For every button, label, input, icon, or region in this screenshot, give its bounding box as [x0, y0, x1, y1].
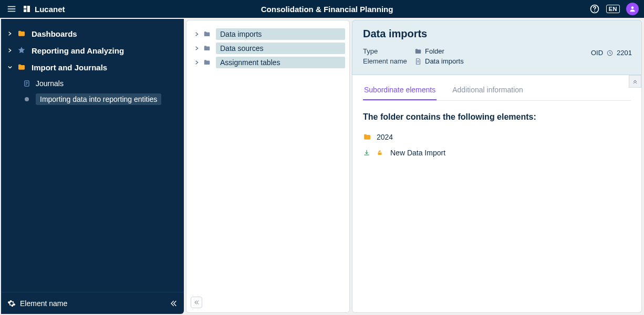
- sidebar-subitem-importing[interactable]: Importing data into reporting entities: [22, 91, 184, 107]
- element-label: New Data Import: [390, 149, 445, 157]
- meta-name-value: Data imports: [425, 57, 464, 65]
- oid-value: 2201: [617, 49, 632, 57]
- sidebar-subitem-label: Importing data into reporting entities: [36, 93, 161, 105]
- gear-icon[interactable]: [7, 299, 16, 308]
- svg-point-1: [594, 10, 595, 12]
- object-tree-panel: Data imports Data sources Assignment tab…: [186, 20, 350, 313]
- tree-item-assignment-tables[interactable]: Assignment tables: [191, 55, 345, 69]
- sidebar-subitem-label: Journals: [36, 79, 64, 88]
- brand-logo: Lucanet: [22, 4, 65, 14]
- svg-point-2: [631, 6, 634, 9]
- star-icon: [17, 46, 26, 55]
- chevron-right-icon: [6, 32, 14, 36]
- oid-label: OID: [591, 49, 603, 57]
- language-badge[interactable]: EN: [606, 5, 620, 13]
- sidebar-item-import-journals[interactable]: Import and Journals: [1, 59, 184, 76]
- chevron-down-icon: [6, 65, 14, 69]
- help-icon[interactable]: [589, 4, 600, 14]
- meta-type-label: Type: [363, 47, 414, 55]
- app-title: Consolidation & Financial Planning: [65, 5, 589, 14]
- detail-header: Data imports Type Folder Element name Da…: [352, 20, 642, 75]
- tree-item-data-imports[interactable]: Data imports: [191, 27, 345, 41]
- detail-title: Data imports: [363, 28, 631, 40]
- tab-subordinate-elements[interactable]: Subordinate elements: [363, 80, 437, 100]
- document-icon: [414, 58, 422, 65]
- folder-icon: [203, 30, 212, 38]
- tab-additional-information[interactable]: Additional information: [451, 80, 524, 100]
- element-label: 2024: [377, 133, 393, 141]
- collapse-sidebar-icon[interactable]: [169, 299, 178, 308]
- element-row-import[interactable]: New Data Import: [363, 145, 631, 161]
- tree-item-data-sources[interactable]: Data sources: [191, 41, 345, 55]
- sidebar-item-reporting[interactable]: Reporting and Analyzing: [1, 42, 184, 59]
- folder-icon: [17, 63, 26, 71]
- folder-contains-heading: The folder contains the following elemen…: [363, 112, 631, 122]
- collapse-tree-icon[interactable]: [191, 297, 202, 308]
- meta-type-value: Folder: [425, 47, 444, 55]
- hamburger-icon[interactable]: [5, 3, 18, 15]
- sidebar-item-label: Import and Journals: [32, 63, 107, 72]
- sidebar-item-label: Reporting and Analyzing: [32, 46, 124, 55]
- brand-name: Lucanet: [35, 5, 65, 14]
- folder-icon: [203, 45, 212, 52]
- sidebar-subitem-journals[interactable]: Journals: [22, 76, 184, 91]
- element-row-folder[interactable]: 2024: [363, 129, 631, 145]
- sidebar-footer-label: Element name: [20, 299, 67, 308]
- folder-icon: [363, 133, 371, 141]
- main-sidebar: Dashboards Reporting and Analyzing Impor…: [1, 19, 184, 314]
- folder-icon: [203, 59, 212, 66]
- folder-icon: [414, 48, 422, 55]
- detail-panel: Data imports Type Folder Element name Da…: [352, 20, 642, 313]
- clock-icon: [606, 49, 614, 57]
- chevron-right-icon: [193, 46, 201, 50]
- user-avatar[interactable]: [626, 3, 639, 15]
- download-icon: [363, 149, 371, 156]
- document-icon: [22, 80, 32, 87]
- tab-label: Additional information: [452, 86, 523, 94]
- tab-label: Subordinate elements: [364, 86, 435, 94]
- lock-open-icon: [377, 150, 385, 156]
- tree-item-label: Assignment tables: [216, 57, 345, 68]
- tree-item-label: Data sources: [216, 43, 345, 54]
- folder-icon: [17, 29, 26, 38]
- sidebar-item-label: Dashboards: [32, 29, 77, 38]
- chevron-right-icon: [6, 48, 14, 52]
- chevron-right-icon: [193, 60, 201, 65]
- collapse-detail-icon[interactable]: [629, 75, 641, 88]
- tree-item-label: Data imports: [216, 28, 345, 40]
- sidebar-item-dashboards[interactable]: Dashboards: [1, 25, 184, 42]
- meta-name-label: Element name: [363, 57, 414, 65]
- bullet-icon: [22, 97, 32, 101]
- chevron-right-icon: [193, 32, 201, 36]
